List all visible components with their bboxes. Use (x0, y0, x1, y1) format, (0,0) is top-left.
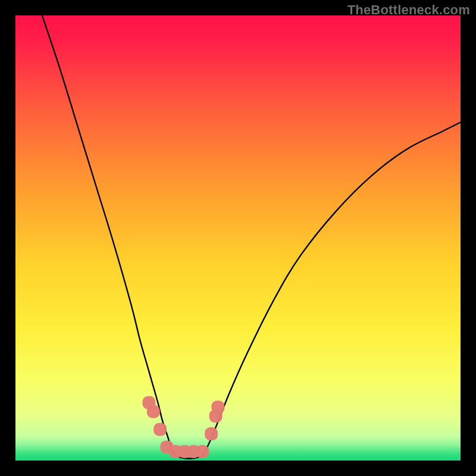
marker-cluster-1 (147, 405, 160, 418)
chart-background (15, 15, 461, 461)
marker-cluster-7 (196, 445, 209, 458)
chart-plot-area (15, 15, 461, 461)
marker-cluster-10 (211, 400, 224, 414)
chart-svg (15, 15, 461, 461)
marker-cluster-8 (205, 427, 218, 440)
chart-frame: TheBottleneck.com (0, 0, 476, 476)
marker-cluster-2 (154, 423, 167, 436)
